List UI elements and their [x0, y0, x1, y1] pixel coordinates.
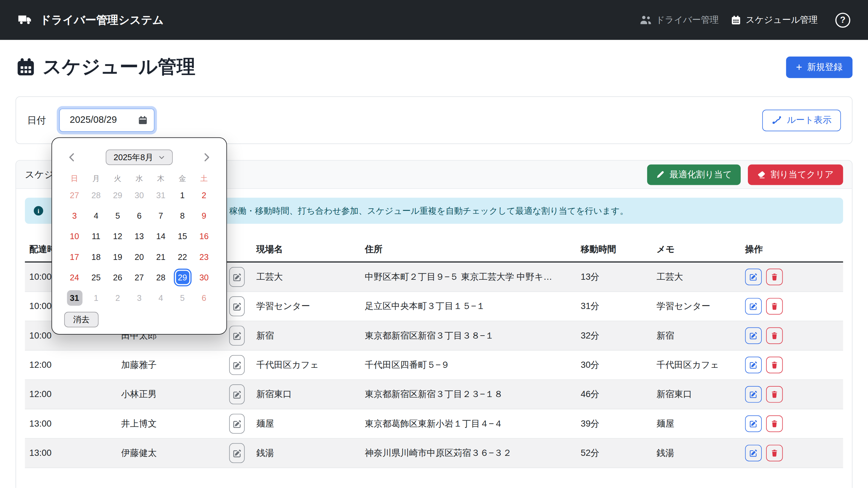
- driver-edit-button[interactable]: [229, 325, 245, 345]
- nav-schedule-management[interactable]: スケジュール管理: [731, 14, 817, 26]
- calendar-day[interactable]: 7: [150, 207, 172, 225]
- app-window: ドライバー管理システム ドライバー管理 スケジュール管理 ?: [0, 0, 868, 488]
- calendar-day[interactable]: 3: [64, 207, 85, 225]
- edit-row-button[interactable]: [745, 327, 762, 344]
- next-month-button[interactable]: [201, 152, 212, 163]
- nav-schedule-label: スケジュール管理: [746, 14, 817, 26]
- calendar-day[interactable]: 18: [85, 248, 107, 266]
- calendar-day[interactable]: 6: [193, 288, 215, 307]
- edit-row-button[interactable]: [745, 269, 762, 285]
- calendar-day[interactable]: 4: [85, 207, 107, 225]
- calendar-day[interactable]: 31: [150, 186, 172, 204]
- calendar-day[interactable]: 1: [85, 288, 107, 307]
- calendar-day[interactable]: 16: [193, 227, 215, 245]
- calendar-day[interactable]: 17: [64, 248, 85, 266]
- calendar-day[interactable]: 9: [193, 207, 215, 225]
- calendar-day[interactable]: 14: [150, 227, 172, 245]
- calendar-clear-button[interactable]: 消去: [64, 312, 99, 327]
- cell-site: 学習センター: [252, 300, 361, 312]
- help-button[interactable]: ?: [835, 12, 850, 27]
- calendar-day[interactable]: 4: [150, 288, 172, 307]
- prev-month-button[interactable]: [67, 152, 78, 163]
- edit-row-button[interactable]: [745, 445, 762, 461]
- calendar-day[interactable]: 30: [128, 186, 150, 204]
- optimize-assign-button[interactable]: 最適化割り当て: [647, 164, 741, 184]
- weekday-label: 金: [172, 174, 193, 184]
- calendar-day-today[interactable]: 31: [64, 288, 85, 307]
- calendar-day[interactable]: 21: [150, 248, 172, 266]
- delete-row-button[interactable]: [766, 269, 783, 285]
- calendar-day[interactable]: 29: [107, 186, 128, 204]
- calendar-day[interactable]: 15: [172, 227, 193, 245]
- delete-row-button[interactable]: [766, 327, 783, 344]
- calendar-day[interactable]: 8: [172, 207, 193, 225]
- brand-title: ドライバー管理システム: [40, 12, 164, 27]
- cell-driver-edit: [225, 267, 252, 287]
- calendar-day[interactable]: 23: [193, 248, 215, 266]
- calendar-day[interactable]: 24: [64, 268, 85, 286]
- calendar-day-label: 9: [196, 208, 212, 224]
- driver-edit-button[interactable]: [229, 443, 245, 463]
- calendar-day[interactable]: 30: [193, 268, 215, 286]
- calendar-day[interactable]: 12: [107, 227, 128, 245]
- delete-row-button[interactable]: [766, 357, 783, 373]
- calendar-day[interactable]: 27: [128, 268, 150, 286]
- calendar-day[interactable]: 11: [85, 227, 107, 245]
- calendar-day-label: 23: [196, 249, 212, 264]
- route-display-button[interactable]: ルート表示: [763, 110, 841, 131]
- col-header-address: 住所: [361, 244, 577, 255]
- calendar-day[interactable]: 28: [150, 268, 172, 286]
- calendar-day[interactable]: 2: [107, 288, 128, 307]
- edit-row-button[interactable]: [745, 298, 762, 315]
- date-input-calendar-icon[interactable]: [138, 115, 148, 128]
- calendar-day[interactable]: 10: [64, 227, 85, 245]
- calendar-day[interactable]: 22: [172, 248, 193, 266]
- driver-edit-button[interactable]: [229, 413, 245, 433]
- calendar-day-label: 5: [175, 290, 190, 306]
- new-registration-button[interactable]: + 新規登録: [786, 56, 853, 78]
- delete-row-button[interactable]: [766, 415, 783, 432]
- calendar-day-label: 29: [110, 188, 125, 203]
- edit-row-button[interactable]: [745, 357, 762, 373]
- driver-edit-button[interactable]: [229, 355, 245, 375]
- calendar-day[interactable]: 25: [85, 268, 107, 286]
- eraser-icon: [757, 170, 766, 179]
- calendar-day[interactable]: 6: [128, 207, 150, 225]
- calendar-day[interactable]: 2: [193, 186, 215, 204]
- cell-driver: 伊藤健太: [117, 448, 225, 459]
- driver-edit-button[interactable]: [229, 384, 245, 404]
- calendar-day-label: 12: [110, 228, 125, 244]
- calendar-day[interactable]: 26: [107, 268, 128, 286]
- month-year-selector[interactable]: 2025年8月: [106, 149, 173, 165]
- cell-address: 東京都新宿区新宿３丁目２３−１８: [361, 389, 577, 400]
- calendar-day[interactable]: 20: [128, 248, 150, 266]
- calendar-week-row: 31123456: [52, 288, 226, 307]
- driver-edit-button[interactable]: [229, 296, 245, 316]
- calendar-day[interactable]: 28: [85, 186, 107, 204]
- calendar-day[interactable]: 27: [64, 186, 85, 204]
- calendar-day[interactable]: 13: [128, 227, 150, 245]
- calendar-day[interactable]: 19: [107, 248, 128, 266]
- edit-row-button[interactable]: [745, 415, 762, 432]
- delete-row-button[interactable]: [766, 445, 783, 461]
- calendar-day-selected[interactable]: 29: [172, 268, 193, 286]
- clear-assign-button[interactable]: 割り当てクリア: [748, 164, 843, 184]
- delete-row-button[interactable]: [766, 298, 783, 315]
- driver-edit-button[interactable]: [229, 267, 245, 287]
- calendar-day[interactable]: 5: [172, 288, 193, 307]
- nav-links: ドライバー管理 スケジュール管理 ?: [639, 12, 850, 27]
- delete-row-button[interactable]: [766, 386, 783, 403]
- calendar-day[interactable]: 5: [107, 207, 128, 225]
- weekday-label: 水: [128, 174, 150, 184]
- calendar-day-label: 13: [131, 228, 147, 244]
- calendar-day[interactable]: 3: [128, 288, 150, 307]
- calendar-day-label: 26: [110, 269, 125, 285]
- cell-memo: 工芸大: [652, 271, 741, 283]
- calendar-day-label: 31: [67, 290, 82, 306]
- nav-driver-management[interactable]: ドライバー管理: [639, 14, 719, 26]
- table-row: 13:00伊藤健太銭湯神奈川県川崎市中原区苅宿３６−３２52分銭湯: [25, 439, 843, 468]
- cell-actions: [741, 327, 843, 344]
- calendar-day[interactable]: 1: [172, 186, 193, 204]
- cell-driver-edit: [225, 384, 252, 404]
- edit-row-button[interactable]: [745, 386, 762, 403]
